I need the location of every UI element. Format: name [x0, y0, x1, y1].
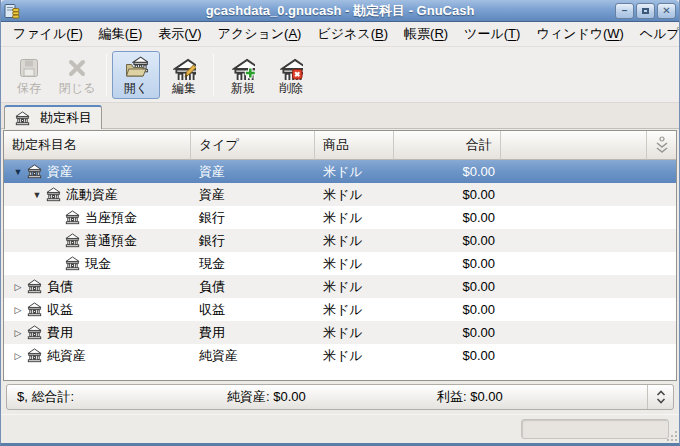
toolbar-separator — [213, 54, 214, 96]
accounts-page: 勘定科目名 タイプ 商品 合計 ▼資産 資産 米ドル $0.00 — [1, 129, 679, 414]
tab-accounts[interactable]: 勘定科目 — [4, 105, 102, 129]
bank-icon — [27, 164, 42, 179]
menu-help[interactable]: ヘルプ(H) — [632, 22, 680, 46]
expander-icon[interactable]: ▼ — [29, 190, 45, 200]
menu-bar: ファイル(F) 編集(E) 表示(V) アクション(A) ビジネス(B) 帳票(… — [1, 22, 679, 47]
tab-strip: 勘定科目 — [1, 103, 679, 129]
table-row[interactable]: ▷費用 費用 米ドル $0.00 — [4, 321, 676, 344]
bank-icon — [27, 325, 42, 340]
bank-icon — [46, 187, 61, 202]
expander-icon[interactable]: ▼ — [10, 167, 26, 177]
header-type[interactable]: タイプ — [191, 131, 315, 160]
table-row[interactable]: ▷負債 負債 米ドル $0.00 — [4, 275, 676, 298]
title-bar[interactable]: gcashdata_0.gnucash - 勘定科目 - GnuCash – ✕ — [1, 0, 679, 22]
header-total[interactable]: 合計 — [394, 131, 501, 160]
column-chooser-icon — [654, 136, 670, 154]
column-chooser-button[interactable] — [647, 131, 676, 160]
tree-empty-area — [4, 367, 676, 380]
menu-edit[interactable]: 編集(E) — [91, 22, 150, 46]
window-title: gcashdata_0.gnucash - 勘定科目 - GnuCash — [1, 2, 679, 20]
menu-actions[interactable]: アクション(A) — [210, 22, 310, 46]
table-row[interactable]: 普通預金 銀行 米ドル $0.00 — [4, 229, 676, 252]
open-account-icon — [124, 56, 148, 80]
edit-account-icon — [172, 56, 196, 80]
header-commodity[interactable]: 商品 — [315, 131, 394, 160]
summary-stepper[interactable] — [647, 385, 673, 409]
save-icon — [17, 56, 41, 80]
profit-value: 利益: $0.00 — [437, 388, 647, 406]
menu-reports[interactable]: 帳票(R) — [396, 22, 456, 46]
bank-icon — [27, 279, 42, 294]
bank-icon — [27, 348, 42, 363]
maximize-button[interactable] — [636, 3, 655, 19]
toolbar-separator — [106, 54, 107, 96]
bank-icon — [65, 233, 80, 248]
bank-icon — [15, 111, 30, 126]
save-button: 保存 — [5, 51, 53, 99]
accounts-tree: 勘定科目名 タイプ 商品 合計 ▼資産 資産 米ドル $0.00 — [3, 130, 677, 381]
status-bar — [1, 414, 679, 443]
gnucash-app-icon — [4, 3, 20, 19]
header-account-name[interactable]: 勘定科目名 — [4, 131, 191, 160]
bank-icon — [27, 302, 42, 317]
table-row[interactable]: ▼流動資産 資産 米ドル $0.00 — [4, 183, 676, 206]
close-icon: ✕ — [662, 6, 670, 16]
minimize-icon: – — [622, 6, 628, 16]
table-row[interactable]: 当座預金 銀行 米ドル $0.00 — [4, 206, 676, 229]
expander-icon[interactable]: ▷ — [10, 328, 26, 338]
new-account-icon — [231, 56, 255, 80]
delete-account-icon — [279, 56, 303, 80]
expander-icon[interactable]: ▷ — [10, 282, 26, 292]
stepper-arrows-icon — [656, 390, 666, 404]
menu-file[interactable]: ファイル(F) — [5, 22, 91, 46]
table-row[interactable]: ▷収益 収益 米ドル $0.00 — [4, 298, 676, 321]
table-row[interactable]: ▼資産 資産 米ドル $0.00 — [4, 160, 676, 183]
menu-windows[interactable]: ウィンドウ(W) — [528, 22, 631, 46]
expander-icon[interactable]: ▷ — [10, 305, 26, 315]
bank-icon — [65, 256, 80, 271]
progress-panel — [521, 419, 669, 439]
table-row[interactable]: 現金 現金 米ドル $0.00 — [4, 252, 676, 275]
header-spacer — [501, 131, 647, 160]
resize-grip[interactable] — [666, 430, 678, 442]
close-tab-icon — [65, 56, 89, 80]
edit-account-button[interactable]: 編集 — [160, 51, 208, 99]
toolbar: 保存 閉じる 開く 編集 — [1, 47, 679, 103]
menu-business[interactable]: ビジネス(B) — [309, 22, 396, 46]
grand-total-label: $, 総合計: — [17, 388, 227, 406]
new-account-button[interactable]: 新規 — [219, 51, 267, 99]
close-button[interactable]: ✕ — [657, 3, 676, 19]
menu-tools[interactable]: ツール(T) — [456, 22, 528, 46]
maximize-icon — [642, 8, 649, 14]
menu-view[interactable]: 表示(V) — [150, 22, 209, 46]
gnucash-window: gcashdata_0.gnucash - 勘定科目 - GnuCash – ✕… — [0, 0, 680, 446]
summary-bar: $, 総合計: 純資産: $0.00 利益: $0.00 — [6, 384, 674, 410]
open-account-button[interactable]: 開く — [112, 51, 160, 99]
table-header: 勘定科目名 タイプ 商品 合計 — [4, 131, 676, 160]
close-tab-button: 閉じる — [53, 51, 101, 99]
expander-icon[interactable]: ▷ — [10, 351, 26, 361]
net-assets-value: 純資産: $0.00 — [227, 388, 437, 406]
delete-account-button[interactable]: 削除 — [267, 51, 315, 99]
minimize-button[interactable]: – — [615, 3, 634, 19]
bank-icon — [65, 210, 80, 225]
table-row[interactable]: ▷純資産 純資産 米ドル $0.00 — [4, 344, 676, 367]
